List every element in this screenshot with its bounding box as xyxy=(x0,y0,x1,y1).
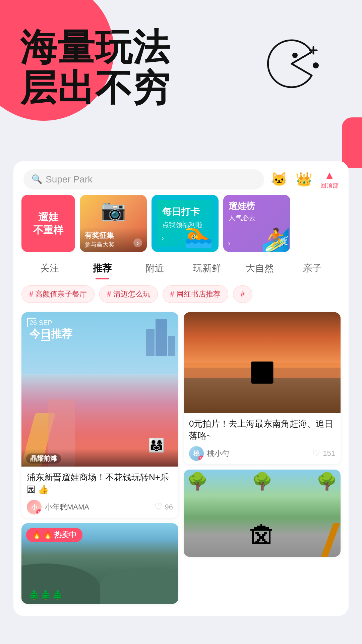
right-decoration xyxy=(342,117,362,168)
tag-hash-1: # xyxy=(29,290,33,299)
banner-card-3[interactable]: 每日打卡 点我领福利啦 🏊 › xyxy=(152,195,219,252)
search-icon: 🔍 xyxy=(32,174,42,184)
hero-text: 海量玩法 层出不穷 xyxy=(20,27,170,108)
post-2-image: 👨‍👧 xyxy=(184,312,341,413)
back-top-icon: ▲ xyxy=(324,169,335,181)
post-1-title: 浦东新晋遛娃商场！不花钱玩转N+乐园 👍 xyxy=(27,471,173,496)
post-1-info: 浦东新晋遛娃商场！不花钱玩转N+乐园 👍 小 V 小年糕MAMA ♡ 96 xyxy=(21,467,178,518)
header-icons: 🐱 👑 ▲ 回顶部 xyxy=(271,169,339,190)
post-1-avatar: 小 V xyxy=(27,500,42,515)
post-2-author-row: 桃 V 桃小勺 xyxy=(189,446,229,461)
banner-card-2[interactable]: 📷 有奖征集 参与赢大奖 › xyxy=(80,195,147,252)
tag-row: # 高颜值亲子餐厅 # 清迈怎么玩 # 网红书店推荐 # xyxy=(13,281,349,307)
post-2-title: 0元拍片！去上海最东南角赶海、追日落咯~ xyxy=(189,418,335,442)
post-2-avatar-badge: V xyxy=(198,455,204,461)
app-card: 🔍 Super Park 🐱 👑 ▲ 回顶部 遛娃不重样 📷 有奖征集 参 xyxy=(13,161,349,616)
back-top-button[interactable]: ▲ 回顶部 xyxy=(320,169,339,190)
tab-recommend[interactable]: 推荐 xyxy=(76,259,129,278)
tag-chip-4[interactable]: # xyxy=(233,285,252,303)
tag-chip-1[interactable]: # 高颜值亲子餐厅 xyxy=(21,285,95,303)
post-1-date-label: 26 SEP xyxy=(29,319,72,327)
banner-3-arrow: › xyxy=(162,234,164,242)
banner-2-arrow: › xyxy=(133,238,142,247)
post-4-image: 🌲🌲🌲 🔥 🔥 热卖中 xyxy=(21,523,178,604)
tab-new[interactable]: 玩新鲜 xyxy=(181,259,234,278)
search-input-wrapper[interactable]: 🔍 Super Park xyxy=(23,169,264,190)
tab-nature[interactable]: 大自然 xyxy=(234,259,286,278)
post-1-today-label: 今日推荐 xyxy=(29,327,72,341)
fire-icon: 🔥 xyxy=(32,531,41,539)
post-card-1[interactable]: 👨‍👩‍👧 26 SEP 今日推荐 xyxy=(21,312,178,518)
tag-chip-2[interactable]: # 清迈怎么玩 xyxy=(99,285,158,303)
banner-4-arrow: › xyxy=(228,239,230,247)
post-1-date: 26 SEP 今日推荐 xyxy=(29,319,72,341)
content-grid: 👨‍👩‍👧 26 SEP 今日推荐 xyxy=(13,307,349,609)
banner-3-title: 每日打卡 xyxy=(162,206,200,218)
post-2-like-count: 151 xyxy=(323,449,335,458)
hot-label: 🔥 热卖中 xyxy=(43,530,76,540)
banner-card-4[interactable]: 遛娃榜 人气必去 🏄 › xyxy=(223,195,290,252)
post-card-2[interactable]: 👨‍👧 0元拍片！去上海最东南角赶海、追日落咯~ 桃 V 桃小勺 xyxy=(184,312,341,464)
hero-title-line1: 海量玩法 xyxy=(20,27,170,67)
post-1-meta: 小 V 小年糕MAMA ♡ 96 xyxy=(27,500,173,515)
banner-card-1-text: 遛娃不重样 xyxy=(33,210,63,236)
heart-icon-2: ♡ xyxy=(312,448,320,459)
post-1-location-overlay: 晶耀前滩 xyxy=(21,449,178,467)
navigation-tabs: 关注 推荐 附近 玩新鲜 大自然 亲子 xyxy=(13,252,349,281)
tag-hash-2: # xyxy=(107,290,111,299)
tag-label-2: 清迈怎么玩 xyxy=(113,289,150,299)
post-2-info: 0元拍片！去上海最东南角赶海、追日落咯~ 桃 V 桃小勺 ♡ 151 xyxy=(184,413,341,464)
tag-hash-3: # xyxy=(170,290,174,299)
heart-icon-1: ♡ xyxy=(155,502,162,512)
pacman-icon xyxy=(261,37,322,91)
tag-label-1: 高颜值亲子餐厅 xyxy=(35,289,87,299)
tag-chip-3[interactable]: # 网红书店推荐 xyxy=(163,285,228,303)
post-card-4[interactable]: 🌲🌲🌲 🔥 🔥 热卖中 xyxy=(21,523,178,604)
post-card-3[interactable]: 🌳 🌳 🌳 🏚 xyxy=(184,470,341,557)
banner-2-title: 有奖征集 xyxy=(84,230,142,240)
post-1-author-row: 小 V 小年糕MAMA xyxy=(27,500,89,515)
back-top-label: 回顶部 xyxy=(320,181,339,190)
hero-title-line2: 层出不穷 xyxy=(20,67,170,108)
avatar-v-badge: V xyxy=(36,509,42,515)
tab-follow[interactable]: 关注 xyxy=(23,259,76,278)
post-1-author: 小年糕MAMA xyxy=(45,502,89,512)
tab-family[interactable]: 亲子 xyxy=(286,259,339,278)
banner-4-title: 遛娃榜 xyxy=(229,200,285,212)
post-1-image: 👨‍👩‍👧 26 SEP 今日推荐 xyxy=(21,312,178,467)
sunset-person: 👨‍👧 xyxy=(250,363,275,383)
post-2-meta: 桃 V 桃小勺 ♡ 151 xyxy=(189,446,335,461)
post-1-likes: ♡ 96 xyxy=(155,502,173,512)
search-placeholder-text: Super Park xyxy=(46,174,93,185)
right-column: 👨‍👧 0元拍片！去上海最东南角赶海、追日落咯~ 桃 V 桃小勺 xyxy=(184,312,341,604)
tag-hash-4: # xyxy=(241,290,245,299)
crown-icon[interactable]: 👑 xyxy=(296,171,312,187)
svg-point-3 xyxy=(313,62,319,68)
cat-icon[interactable]: 🐱 xyxy=(271,171,288,187)
left-column: 👨‍👩‍👧 26 SEP 今日推荐 xyxy=(21,312,178,604)
hero-section: 海量玩法 层出不穷 xyxy=(0,0,362,168)
hot-badge: 🔥 🔥 热卖中 xyxy=(26,528,82,542)
post-1-location: 晶耀前滩 xyxy=(26,453,61,464)
banner-card-1[interactable]: 遛娃不重样 xyxy=(21,195,75,252)
post-2-author: 桃小勺 xyxy=(207,448,229,459)
post-2-avatar: 桃 V xyxy=(189,446,204,461)
post-3-image: 🌳 🌳 🌳 🏚 xyxy=(184,470,341,557)
svg-point-0 xyxy=(292,53,298,58)
post-1-like-count: 96 xyxy=(165,503,173,512)
search-bar-row: 🔍 Super Park 🐱 👑 ▲ 回顶部 xyxy=(13,161,349,195)
post-2-likes: ♡ 151 xyxy=(312,448,335,459)
tag-label-3: 网红书店推荐 xyxy=(176,289,221,299)
tab-nearby[interactable]: 附近 xyxy=(128,259,181,278)
banner-row: 遛娃不重样 📷 有奖征集 参与赢大奖 › 每日打卡 点我领福利啦 🏊 › xyxy=(13,195,349,252)
banner-4-sub: 人气必去 xyxy=(229,213,285,222)
